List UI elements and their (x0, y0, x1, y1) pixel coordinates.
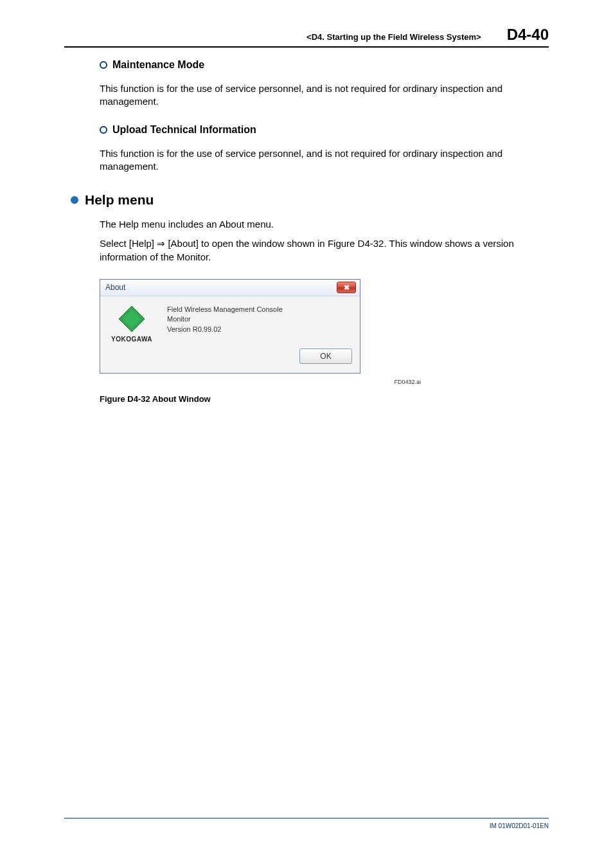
dialog-titlebar: About ✖ (100, 280, 360, 296)
instruction-pre: Select [Help] (100, 238, 157, 249)
close-button[interactable]: ✖ (337, 282, 356, 293)
dialog-info: Field Wireless Management Console Monito… (167, 305, 352, 364)
section-help-heading: Help menu (71, 192, 549, 208)
yokogawa-logo-icon (118, 305, 146, 333)
figure-caption: Figure D4-32 About Window (100, 394, 549, 404)
ok-button-label: OK (320, 351, 331, 362)
dialog-body: YOKOGAWA Field Wireless Management Conso… (100, 296, 360, 373)
about-dialog-figure: About ✖ YOKOGAWA Field Wireless M (100, 279, 549, 374)
page-footer: IM 01W02D01-01EN (64, 818, 549, 829)
page-header: <D4. Starting up the Field Wireless Syst… (64, 26, 549, 48)
hollow-circle-icon (100, 126, 107, 134)
brand-name: YOKOGAWA (111, 336, 152, 343)
ok-button[interactable]: OK (299, 348, 352, 364)
section-maintenance-body: This function is for the use of service … (100, 82, 549, 109)
close-icon: ✖ (344, 284, 350, 292)
section-title: Help menu (85, 192, 154, 208)
arrow-icon: ⇒ (157, 238, 165, 249)
header-breadcrumb: <D4. Starting up the Field Wireless Syst… (306, 32, 481, 42)
section-maintenance-heading: Maintenance Mode (100, 59, 549, 71)
about-dialog: About ✖ YOKOGAWA Field Wireless M (100, 279, 360, 374)
dialog-line3: Version R0.99.02 (167, 325, 352, 334)
section-upload-heading: Upload Technical Information (100, 124, 549, 136)
help-intro: The Help menu includes an About menu. (100, 218, 549, 231)
dialog-line2: Monitor (167, 314, 352, 324)
section-title: Upload Technical Information (112, 124, 256, 136)
hollow-circle-icon (100, 61, 107, 69)
section-upload-body: This function is for the use of service … (100, 147, 549, 174)
section-title: Maintenance Mode (112, 59, 204, 71)
footer-doc-id: IM 01W02D01-01EN (490, 822, 549, 829)
dialog-title: About (105, 283, 125, 292)
figure-source-ref: FD0432.ai (100, 379, 421, 385)
help-instruction: Select [Help] ⇒ [About] to open the wind… (100, 237, 549, 264)
dialog-line1: Field Wireless Management Console (167, 305, 352, 314)
brand-logo-block: YOKOGAWA (108, 305, 155, 364)
header-page-number: D4-40 (507, 26, 549, 44)
filled-circle-icon (71, 196, 78, 204)
